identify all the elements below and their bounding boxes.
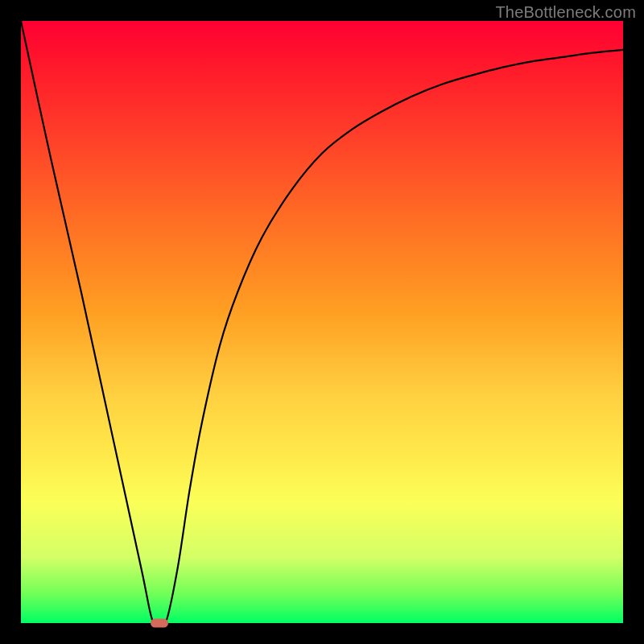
watermark-text: TheBottleneck.com (495, 3, 636, 22)
bottleneck-curve (21, 21, 623, 623)
optimal-point-marker (151, 619, 168, 628)
curve-path (21, 21, 623, 630)
plot-area (21, 21, 623, 623)
chart-frame: TheBottleneck.com (0, 0, 644, 644)
